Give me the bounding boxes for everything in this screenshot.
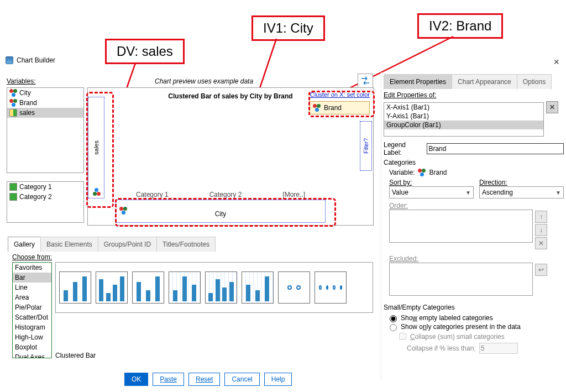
list-item: Category 1	[7, 182, 83, 192]
tab-titles-footnotes[interactable]: Titles/Footnotes	[156, 237, 216, 252]
tab-gallery[interactable]: Gallery	[8, 237, 41, 252]
cluster-dropzone[interactable]: Brand	[309, 101, 370, 114]
list-item[interactable]: Dual Axes	[13, 352, 51, 358]
radio-show-empty[interactable]: Show empty labeled categories	[384, 313, 564, 322]
x-axis-ticks: Category 1 Category 2 [More..]	[116, 191, 326, 198]
tab-options[interactable]: Options	[517, 74, 552, 89]
collapse-pct-label: Collapse if % less than:	[407, 344, 476, 352]
reset-button[interactable]: Reset	[188, 373, 220, 386]
variable-name: City	[19, 89, 31, 97]
sortby-label: Sort by:	[389, 179, 474, 186]
categories-heading: Categories	[384, 159, 564, 166]
move-down-button[interactable]: ↓	[535, 224, 547, 236]
annotation-dv: DV: sales	[105, 39, 185, 64]
list-item[interactable]: Scatter/Dot	[13, 312, 51, 322]
legend-label-label: Legend Label:	[384, 141, 423, 156]
categories-variable-label: Variable:	[389, 169, 415, 176]
gallery-thumb[interactable]	[132, 271, 164, 304]
order-label: Order:	[384, 202, 564, 210]
edit-properties-label: Edit Properties of:	[384, 91, 564, 99]
category-icon	[9, 183, 17, 191]
cancel-button[interactable]: Cancel	[224, 373, 259, 386]
variable-name: Brand	[19, 99, 37, 107]
nominal-icon	[119, 207, 127, 215]
variable-item[interactable]: Brand	[7, 98, 83, 108]
list-item[interactable]: Area	[13, 292, 51, 302]
radio-input[interactable]	[390, 324, 397, 331]
preview-bars	[121, 116, 320, 182]
x-axis-dropzone[interactable]: City	[116, 200, 326, 223]
list-item[interactable]: Bar	[13, 273, 51, 283]
nominal-icon	[9, 89, 17, 97]
window-title: Chart Builder	[17, 56, 55, 64]
paste-button[interactable]: Paste	[153, 373, 184, 386]
y-axis-dropzone[interactable]: sales	[88, 97, 104, 198]
legend-label-input[interactable]	[427, 143, 564, 154]
tab-element-properties[interactable]: Element Properties	[384, 74, 452, 89]
gallery-thumb[interactable]	[169, 271, 201, 304]
variable-item[interactable]: sales	[7, 108, 83, 118]
variables-list[interactable]: City Brand sales	[7, 87, 84, 173]
list-item: Category 2	[7, 192, 83, 202]
radio-input[interactable]	[390, 315, 397, 322]
help-button[interactable]: Help	[264, 373, 292, 386]
list-item[interactable]: Boxplot	[13, 342, 51, 352]
categories-variable-value: Brand	[429, 169, 447, 176]
collapse-pct-input	[479, 343, 518, 354]
gallery-thumb[interactable]	[242, 271, 274, 304]
gallery-thumb[interactable]	[59, 271, 91, 304]
list-item[interactable]: High-Low	[13, 332, 51, 342]
close-button[interactable]: ×	[553, 56, 559, 68]
checkbox-collapse: Collapse (sum) small categories	[384, 331, 564, 342]
gallery-thumb[interactable]	[96, 271, 128, 304]
gallery-thumb[interactable]	[278, 271, 310, 304]
list-item[interactable]: GroupColor (Bar1)	[384, 121, 543, 129]
direction-combo[interactable]: Ascending ▼	[479, 186, 564, 198]
nominal-icon	[418, 169, 426, 176]
lower-tabs: Gallery Basic Elements Groups/Point ID T…	[8, 237, 215, 252]
excluded-list[interactable]	[389, 263, 533, 296]
filter-dropzone[interactable]: Filter?	[360, 121, 372, 171]
dialog-buttons: OK Paste Reset Cancel Help	[124, 373, 292, 386]
variable-item[interactable]: City	[7, 88, 83, 98]
delete-property-button[interactable]: ✕	[546, 101, 558, 113]
cluster-variable: Brand	[324, 104, 342, 112]
radio-show-only-present[interactable]: Show only categories present in the data	[384, 322, 564, 331]
preview-note: Chart preview uses example data	[155, 77, 253, 85]
list-item[interactable]: Histogram	[13, 322, 51, 332]
swap-axes-button[interactable]	[358, 74, 373, 88]
list-item[interactable]: Pie/Polar	[13, 302, 51, 312]
ok-button[interactable]: OK	[124, 373, 148, 386]
scale-icon	[9, 109, 17, 117]
sortby-combo[interactable]: Value ▼	[389, 186, 474, 198]
list-item[interactable]: Favorites	[13, 263, 51, 273]
list-item[interactable]: X-Axis1 (Bar1)	[384, 103, 543, 112]
move-up-button[interactable]: ↑	[535, 211, 547, 223]
tab-basic-elements[interactable]: Basic Elements	[40, 237, 98, 252]
restore-button[interactable]: ↩	[535, 264, 547, 276]
tab-chart-appearance[interactable]: Chart Appearance	[452, 74, 517, 89]
window-titlebar: Chart Builder	[6, 56, 55, 64]
gallery-thumb[interactable]	[315, 271, 347, 304]
order-list[interactable]	[389, 210, 533, 243]
chart-type-list[interactable]: Favorites Bar Line Area Pie/Polar Scatte…	[12, 262, 52, 358]
nominal-icon	[9, 99, 17, 107]
variables-label: Variables:	[7, 77, 35, 85]
list-item[interactable]: Y-Axis1 (Bar1)	[384, 112, 543, 121]
remove-button[interactable]: ✕	[535, 237, 547, 249]
choose-from-label: Choose from:	[12, 253, 52, 261]
list-item[interactable]: Line	[13, 283, 51, 292]
category-icon	[9, 193, 17, 201]
chart-gallery	[55, 262, 373, 313]
chart-preview[interactable]: Clustered Bar of sales by City by Brand …	[87, 87, 374, 226]
tab-groups-point-id[interactable]: Groups/Point ID	[98, 237, 157, 252]
properties-of-list[interactable]: X-Axis1 (Bar1) Y-Axis1 (Bar1) GroupColor…	[384, 102, 544, 137]
gallery-thumb[interactable]	[205, 271, 237, 304]
nominal-icon	[93, 188, 101, 196]
right-tabs: Element Properties Chart Appearance Opti…	[384, 74, 564, 89]
cluster-dropzone-label: Cluster on X: set color	[310, 91, 370, 98]
y-axis-label: sales	[93, 140, 99, 155]
checkbox-input	[399, 333, 406, 340]
swap-icon	[360, 76, 370, 85]
nominal-icon	[313, 104, 321, 112]
